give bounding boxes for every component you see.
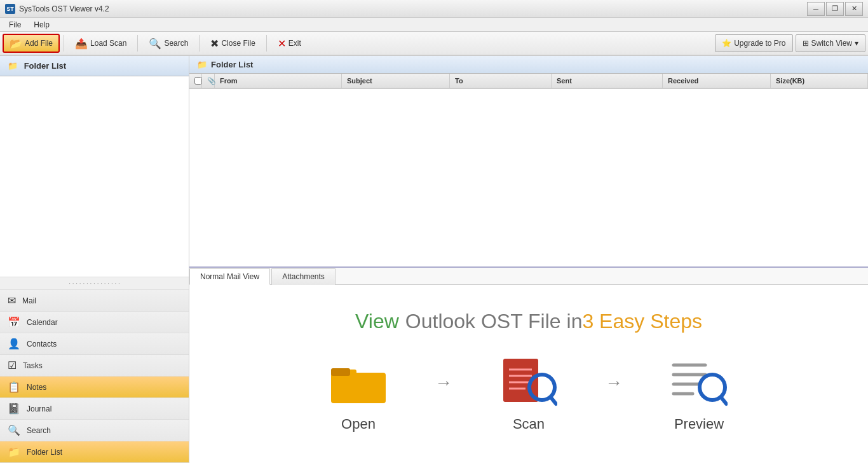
step-preview: Preview [635, 352, 763, 432]
tab-normal-mail-view[interactable]: Normal Mail View [189, 268, 270, 285]
add-file-icon: 📂 [10, 38, 22, 50]
step-open-icon-area [327, 352, 390, 410]
search-nav-icon: 🔍 [8, 424, 20, 436]
step-preview-icon-area [667, 352, 731, 410]
nav-items: ✉ Mail 📅 Calendar 👤 Contacts ☑ Tasks 📋 N… [0, 290, 189, 463]
switch-view-button[interactable]: ⊞ Switch View ▾ [796, 34, 865, 52]
close-button[interactable]: ✕ [845, 2, 863, 16]
col-header-sent[interactable]: Sent [552, 74, 663, 88]
step-preview-label: Preview [674, 416, 724, 432]
exit-button[interactable]: ✕ Exit [271, 34, 308, 53]
bottom-section: Normal Mail View Attachments View Outloo… [189, 266, 868, 463]
tab-attachments[interactable]: Attachments [271, 268, 336, 285]
right-header: 📁 Folder List [189, 56, 868, 74]
folder-list-icon: 📁 [197, 60, 207, 69]
main-layout: 📁 Folder List · · · · · · · · · · · · · … [0, 56, 868, 463]
minimize-button[interactable]: ─ [807, 2, 825, 16]
add-file-label: Add File [25, 39, 53, 48]
folder-list-title: Folder List [211, 60, 253, 69]
col-header-attach: 📎 [202, 74, 215, 88]
col-header-size[interactable]: Size(KB) [771, 74, 868, 88]
toolbar-separator-3 [199, 35, 200, 52]
sidebar-folder-list-header: 📁 Folder List [0, 56, 189, 76]
sidebar-item-notes-label: Notes [27, 383, 46, 392]
sidebar-item-notes[interactable]: 📋 Notes [0, 377, 189, 398]
sidebar-item-tasks-label: Tasks [23, 361, 43, 370]
menu-bar: File Help [0, 18, 868, 32]
promo-title: View Outlook OST File in 3 Easy Steps [355, 310, 702, 333]
tab-attachments-label: Attachments [282, 272, 325, 281]
toolbar-right: ⭐ Upgrade to Pro ⊞ Switch View ▾ [715, 34, 865, 52]
app-icon: ST [5, 4, 15, 14]
sidebar-item-folder-list-label: Folder List [27, 448, 62, 457]
title-bar-controls: ─ ❐ ✕ [807, 2, 863, 16]
svg-line-15 [721, 397, 726, 404]
sidebar-item-folder-list[interactable]: 📁 Folder List [0, 441, 189, 463]
load-scan-label: Load Scan [90, 39, 126, 48]
upgrade-button[interactable]: ⭐ Upgrade to Pro [715, 34, 792, 52]
sidebar-item-search[interactable]: 🔍 Search [0, 420, 189, 441]
upgrade-icon: ⭐ [722, 39, 731, 48]
app-title: SysTools OST Viewer v4.2 [19, 4, 109, 13]
close-file-label: Close File [221, 39, 255, 48]
right-content: 📁 Folder List 📎 From Subject To Sent [189, 56, 868, 463]
add-file-button[interactable]: 📂 Add File [3, 34, 60, 53]
sidebar-item-mail[interactable]: ✉ Mail [0, 290, 189, 312]
sidebar-item-calendar-label: Calendar [27, 318, 58, 327]
promo-steps-row: Open → [295, 352, 763, 432]
switch-view-icon: ⊞ [803, 39, 809, 48]
col-header-to[interactable]: To [450, 74, 552, 88]
load-scan-button[interactable]: 📤 Load Scan [68, 34, 133, 53]
calendar-icon: 📅 [8, 316, 20, 328]
sidebar-header-label: Folder List [24, 61, 66, 71]
upgrade-label: Upgrade to Pro [734, 39, 785, 48]
sidebar-item-journal-label: Journal [27, 404, 51, 413]
search-label: Search [164, 39, 188, 48]
promo-view: View [355, 310, 399, 333]
menu-file[interactable]: File [3, 19, 27, 31]
exit-icon: ✕ [278, 38, 286, 50]
toolbar: 📂 Add File 📤 Load Scan 🔍 Search ✖ Close … [0, 32, 868, 56]
sidebar-item-contacts[interactable]: 👤 Contacts [0, 333, 189, 355]
journal-icon: 📓 [8, 403, 20, 415]
col-header-subject[interactable]: Subject [342, 74, 450, 88]
email-list-body [189, 89, 868, 266]
sidebar-item-contacts-label: Contacts [27, 340, 57, 349]
close-file-button[interactable]: ✖ Close File [203, 34, 262, 53]
search-icon: 🔍 [149, 38, 161, 50]
arrow-1: → [435, 373, 452, 393]
col-header-received[interactable]: Received [663, 74, 771, 88]
folder-open-icon [330, 357, 387, 404]
step-scan-label: Scan [513, 416, 545, 432]
folder-list-content [0, 76, 189, 277]
tasks-icon: ☑ [8, 359, 17, 371]
select-all-checkbox[interactable] [194, 77, 202, 85]
step-open-label: Open [341, 416, 376, 432]
menu-help[interactable]: Help [27, 19, 56, 31]
load-scan-icon: 📤 [75, 38, 88, 50]
scan-icon [500, 356, 557, 406]
restore-button[interactable]: ❐ [826, 2, 844, 16]
toolbar-separator-4 [266, 35, 267, 52]
email-list-header: 📎 From Subject To Sent Received Size(KB) [189, 74, 868, 89]
sidebar-header-icon: 📁 [8, 61, 18, 71]
toolbar-separator-1 [64, 35, 64, 52]
sidebar-item-tasks[interactable]: ☑ Tasks [0, 355, 189, 377]
title-bar: ST SysTools OST Viewer v4.2 ─ ❐ ✕ [0, 0, 868, 18]
sidebar-item-mail-label: Mail [22, 296, 36, 305]
arrow-2: → [605, 373, 623, 393]
tab-normal-mail-view-label: Normal Mail View [200, 272, 259, 281]
preview-area: View Outlook OST File in 3 Easy Steps [189, 285, 868, 463]
sidebar: 📁 Folder List · · · · · · · · · · · · · … [0, 56, 189, 463]
notes-icon: 📋 [8, 381, 20, 393]
step-open: Open [295, 352, 422, 432]
sidebar-dots: · · · · · · · · · · · · · · · [0, 277, 189, 290]
sidebar-item-search-label: Search [27, 426, 51, 435]
sidebar-item-journal[interactable]: 📓 Journal [0, 398, 189, 420]
col-header-checkbox [189, 74, 202, 88]
col-header-from[interactable]: From [215, 74, 342, 88]
sidebar-item-calendar[interactable]: 📅 Calendar [0, 312, 189, 333]
search-button[interactable]: 🔍 Search [142, 34, 195, 53]
mail-icon: ✉ [8, 294, 16, 307]
tab-bar: Normal Mail View Attachments [189, 268, 868, 285]
